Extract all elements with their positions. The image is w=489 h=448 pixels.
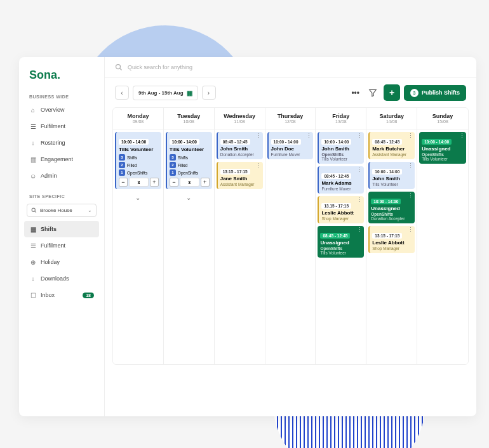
stepper-minus-button[interactable]: − (119, 178, 128, 187)
kebab-icon[interactable]: ⋮ (408, 164, 413, 168)
kebab-icon[interactable]: ⋮ (357, 198, 363, 202)
date-range-label: 9th Aug - 15th Aug (138, 90, 184, 96)
shift-card-unassigned[interactable]: ⋮10:00 - 14:00UnassignedOpenShiftsDonati… (368, 192, 415, 223)
sidebar-item-admin[interactable]: ☺ Admin (24, 168, 99, 184)
person-icon: ☺ (29, 172, 37, 180)
shift-card[interactable]: ⋮13.15 - 17:15Leslie AbbottShop Manager (318, 196, 364, 223)
shift-card[interactable]: ⋮10:00 - 14:00John DoeFurniture Mover (267, 132, 314, 159)
kebab-icon[interactable]: ⋮ (357, 168, 363, 172)
day-column-monday: 10:00 - 14:00 Tills Volunteer 3Shifts 2F… (113, 129, 164, 364)
download-icon: ↓ (29, 275, 37, 282)
stepper-minus-button[interactable]: − (170, 178, 178, 187)
day-header: Tuesday10/08 (164, 108, 215, 129)
expand-column-button[interactable]: ⌄ (166, 192, 212, 204)
kebab-icon[interactable]: ⋮ (256, 134, 262, 138)
kebab-icon[interactable]: ⋮ (408, 134, 413, 138)
shift-summary-card[interactable]: 10:00 - 14:00 Tills Volunteer 3Shifts 2F… (115, 132, 161, 189)
kebab-icon[interactable]: ⋮ (306, 134, 312, 138)
publish-shifts-button[interactable]: 3 Publish Shifts (404, 85, 466, 101)
shift-card-unassigned[interactable]: ⋮08:45 - 12:45UnassignedOpenShiftsTills … (318, 226, 364, 258)
day-header: Wednesday11/08 (215, 108, 265, 129)
next-week-button[interactable]: › (202, 86, 216, 100)
shift-role: Tills Volunteer (119, 147, 159, 152)
shift-card[interactable]: ⋮13:15 - 17:15Jane SmithAssistant Manage… (217, 162, 263, 189)
quantity-stepper: − 3 + (170, 178, 210, 187)
shift-summary-card[interactable]: 10:00 - 14:00 Tills Volunteer 3Shifts 2F… (166, 132, 212, 189)
sidebar-section-business: BUSINESS WIDE (24, 91, 99, 102)
sidebar-item-label: Fulfilment (41, 242, 65, 249)
shift-card[interactable]: ⋮10:00 - 14:00John SmithTills Volunteer (368, 162, 415, 189)
site-selector[interactable]: Brooke House ⌄ (27, 204, 97, 217)
day-column-thursday: ⋮10:00 - 14:00John DoeFurniture Mover (265, 129, 316, 364)
shift-card[interactable]: ⋮08:45 - 12:45Mark AdamsFurniture Mover (318, 166, 364, 194)
search-bar[interactable]: Quick search for anything (105, 57, 476, 78)
date-range-picker[interactable]: 9th Aug - 15th Aug ▦ (133, 86, 198, 100)
clipboard-icon: ☰ (29, 242, 37, 249)
sidebar-item-shifts[interactable]: ▦ Shifts (24, 221, 99, 237)
toolbar: ‹ 9th Aug - 15th Aug ▦ › ••• + 3 Publish… (105, 78, 476, 107)
kebab-icon[interactable]: ⋮ (408, 194, 413, 197)
shift-role: Tills Volunteer (170, 147, 210, 152)
sidebar-item-fulfilment-site[interactable]: ☰ Fulfilment (24, 237, 99, 254)
svg-marker-4 (370, 89, 377, 96)
stepper-value: 3 (180, 178, 199, 187)
sidebar-item-label: Shifts (41, 226, 57, 232)
sidebar-item-label: Admin (41, 173, 57, 179)
day-header: Friday13/08 (316, 108, 366, 129)
day-column-friday: ⋮10:00 - 14:00John SmithOpenShiftsTills … (316, 129, 366, 364)
search-icon (115, 63, 123, 71)
inbox-count-badge: 18 (83, 293, 94, 298)
app-window: Sona. BUSINESS WIDE ⌂ Overview ☰ Fulfilm… (19, 57, 476, 416)
sidebar-section-site: SITE SPECIFIC (24, 190, 99, 201)
kebab-icon[interactable]: ⋮ (256, 164, 262, 168)
globe-icon: ⊕ (29, 258, 37, 266)
day-column-wednesday: ⋮08:45 - 12:45John SmithDonation Accepte… (215, 129, 265, 364)
sidebar-item-fulfilment-biz[interactable]: ☰ Fulfilment (24, 118, 99, 135)
add-shift-button[interactable]: + (384, 84, 400, 101)
kebab-icon[interactable]: ⋮ (459, 134, 465, 138)
day-column-sunday: ⋮10:00 - 14:00UnassignedOpenShiftsTills … (417, 129, 468, 364)
kebab-icon[interactable]: ⋮ (357, 228, 363, 232)
inbox-icon: ☐ (29, 291, 37, 299)
more-menu-button[interactable]: ••• (349, 87, 362, 98)
kebab-icon[interactable]: ⋮ (408, 228, 413, 232)
sidebar-item-engagement[interactable]: ▥ Engagement (24, 151, 99, 168)
sidebar-item-label: Rostering (41, 140, 65, 146)
sidebar-item-rostering[interactable]: ↓ Rostering (24, 135, 99, 151)
chevron-down-icon: ⌄ (88, 208, 92, 213)
logo: Sona. (24, 65, 99, 91)
chevron-down-icon: ⌄ (135, 194, 140, 201)
calendar-icon: ▦ (187, 89, 192, 96)
svg-line-1 (35, 211, 36, 213)
shift-card[interactable]: ⋮08:45 - 12:45Mark ButcherAssistant Mana… (368, 132, 415, 159)
kebab-icon[interactable]: ⋮ (357, 134, 363, 138)
search-icon (31, 208, 37, 213)
sidebar-item-holiday[interactable]: ⊕ Holiday (24, 254, 99, 270)
shift-card[interactable]: ⋮10:00 - 14:00John SmithOpenShiftsTills … (318, 132, 364, 164)
search-placeholder: Quick search for anything (128, 64, 192, 70)
calendar: Monday09/08 Tuesday10/08 Wednesday11/08 … (112, 107, 469, 365)
prev-week-button[interactable]: ‹ (115, 86, 129, 100)
expand-column-button[interactable]: ⌄ (115, 192, 161, 204)
day-header: Thursday12/08 (265, 108, 316, 129)
svg-line-3 (120, 69, 122, 70)
sidebar-item-label: Overview (41, 107, 65, 113)
calendar-header: Monday09/08 Tuesday10/08 Wednesday11/08 … (113, 108, 468, 129)
quantity-stepper: − 3 + (119, 178, 159, 187)
sidebar-item-inbox[interactable]: ☐ Inbox 18 (24, 287, 99, 303)
publish-count-badge: 3 (410, 89, 419, 97)
sidebar-item-downloads[interactable]: ↓ Downloads (24, 270, 99, 287)
day-header: Saturday14/08 (366, 108, 417, 129)
shift-card[interactable]: ⋮08:45 - 12:45John SmithDonation Accepte… (217, 132, 263, 159)
sidebar-item-overview[interactable]: ⌂ Overview (24, 102, 99, 118)
stepper-plus-button[interactable]: + (201, 178, 210, 187)
sidebar: Sona. BUSINESS WIDE ⌂ Overview ☰ Fulfilm… (19, 57, 105, 416)
clipboard-icon: ☰ (29, 122, 37, 130)
shift-card-unassigned[interactable]: ⋮10:00 - 14:00UnassignedOpenShiftsTills … (419, 132, 466, 164)
stepper-plus-button[interactable]: + (150, 178, 159, 187)
filter-button[interactable] (366, 86, 380, 100)
time-chip: 10:00 - 14:00 (119, 139, 149, 145)
chevron-down-icon: ⌄ (186, 194, 191, 201)
day-header: Monday09/08 (113, 108, 164, 129)
shift-card[interactable]: ⋮13:15 - 17:15Leslie AbbottShop Manager (368, 226, 415, 253)
